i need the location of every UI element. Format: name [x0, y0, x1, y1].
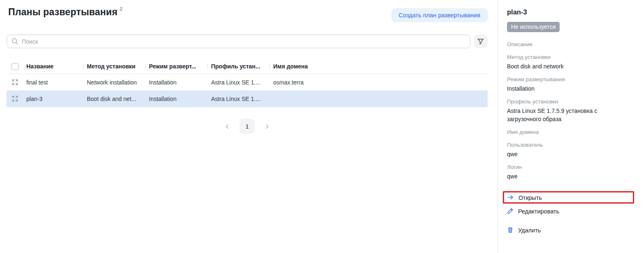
row-expand-cell: [7, 79, 23, 85]
prev-page-button[interactable]: [221, 120, 234, 133]
cell-method: Boot disk and net...: [84, 96, 146, 102]
search-icon: [12, 38, 19, 45]
table-row-plan-3[interactable]: plan-3 Boot disk and net... Installation…: [7, 91, 488, 107]
filter-button[interactable]: [474, 35, 488, 48]
edit-action-label: Редактировать: [518, 208, 559, 215]
table-header-row: Название Метод установки Режим разверт..…: [7, 59, 488, 74]
main-content: Планы развертывания2 Создать план развер…: [0, 0, 498, 253]
field-deploy-mode: Режим развертывания Installation: [507, 76, 634, 93]
open-action-label: Открыть: [518, 194, 542, 201]
field-value: qwe: [507, 172, 633, 180]
column-header-profile[interactable]: Профиль устан...: [208, 63, 270, 70]
field-label: Пользователь: [507, 141, 634, 149]
column-header-mode[interactable]: Режим разверт...: [146, 63, 208, 70]
cell-domain: osmax.terra: [270, 79, 488, 86]
field-label: Имя домена: [507, 129, 634, 136]
pagination: 1: [7, 119, 488, 134]
annotation-highlight-box: Открыть: [503, 191, 634, 204]
field-label: Режим развертывания: [507, 76, 634, 83]
plans-table: Название Метод установки Режим разверт..…: [7, 59, 488, 107]
table-row-final-test[interactable]: final test Network installation Installa…: [7, 74, 488, 91]
search-input[interactable]: [7, 35, 470, 48]
field-user: Пользователь qwe: [507, 141, 634, 158]
chevron-left-icon: [224, 124, 230, 129]
column-header-method[interactable]: Метод установки: [84, 63, 146, 70]
page-header: Планы развертывания2 Создать план развер…: [7, 7, 488, 22]
page-title-text: Планы развертывания: [8, 7, 118, 17]
field-description: Описание: [507, 41, 634, 48]
trash-icon: [507, 227, 514, 233]
cell-profile: Astra Linux SE 1....: [208, 96, 270, 102]
field-label: Метод установки: [507, 54, 634, 61]
expand-arrows-icon[interactable]: [12, 96, 18, 102]
field-login: Логин qwe: [507, 164, 634, 180]
field-value: Astra Linux SE 1.7.5.9 установка с загру…: [507, 107, 633, 123]
details-fields: Описание Метод установки Boot disk and n…: [507, 41, 634, 180]
deployment-plans-page: Планы развертывания2 Создать план развер…: [0, 0, 644, 253]
field-install-profile: Профиль установки Astra Linux SE 1.7.5.9…: [507, 98, 634, 123]
row-expand-cell: [7, 96, 23, 102]
delete-action-label: Удалить: [518, 227, 541, 234]
expand-arrows-icon[interactable]: [12, 79, 18, 85]
column-header-name[interactable]: Название: [23, 63, 84, 70]
field-value: Boot disk and network: [507, 62, 633, 70]
cell-method: Network installation: [84, 79, 146, 86]
open-action[interactable]: Открыть: [507, 194, 542, 201]
cell-profile: Astra Linux SE 1....: [208, 79, 270, 86]
funnel-icon: [477, 38, 484, 45]
cell-mode: Installation: [146, 96, 208, 102]
details-actions: Открыть Редактировать Удалить: [507, 191, 634, 233]
cell-name: plan-3: [23, 96, 84, 102]
cell-mode: Installation: [146, 79, 208, 86]
field-label: Описание: [507, 41, 634, 48]
pencil-icon: [507, 208, 514, 214]
details-title: plan-3: [507, 8, 634, 16]
arrow-right-icon: [507, 194, 514, 200]
header-checkbox-cell: [7, 63, 23, 70]
field-value: qwe: [507, 150, 633, 158]
column-header-domain[interactable]: Имя домена: [270, 63, 488, 70]
cell-name: final test: [23, 79, 84, 86]
record-count: 2: [120, 6, 123, 12]
field-value: Installation: [507, 84, 633, 93]
field-label: Профиль установки: [507, 98, 634, 105]
chevron-right-icon: [264, 124, 270, 129]
delete-action[interactable]: Удалить: [507, 227, 541, 233]
next-page-button[interactable]: [260, 120, 274, 133]
select-all-checkbox[interactable]: [12, 63, 19, 70]
search-box: [7, 35, 470, 48]
field-install-method: Метод установки Boot disk and network: [507, 54, 634, 70]
field-domain-name: Имя домена: [507, 129, 634, 136]
search-row: [7, 35, 488, 48]
status-badge: Не используется: [507, 22, 560, 32]
field-label: Логин: [507, 164, 634, 171]
details-panel: plan-3 Не используется Описание Метод ус…: [498, 0, 644, 253]
page-title: Планы развертывания2: [8, 7, 123, 18]
page-number-button[interactable]: 1: [239, 119, 255, 134]
edit-action[interactable]: Редактировать: [507, 208, 559, 214]
create-plan-button[interactable]: Создать план развертывания: [391, 8, 488, 22]
